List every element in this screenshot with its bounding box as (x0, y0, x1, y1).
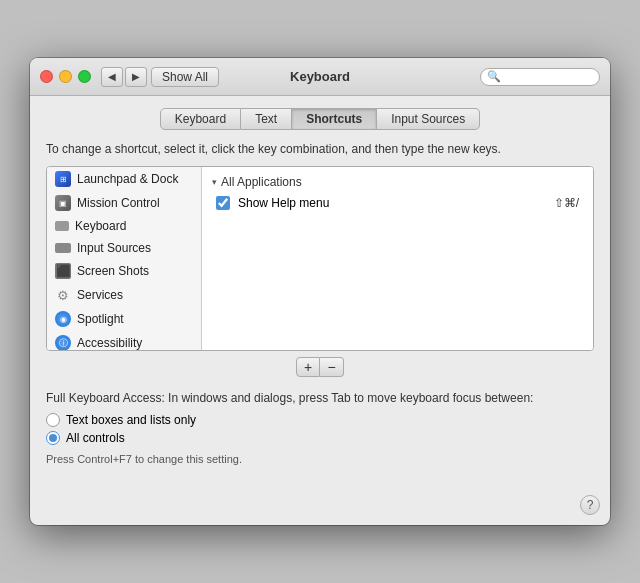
shortcut-keys: ⇧⌘/ (554, 196, 579, 210)
minimize-button[interactable] (59, 70, 72, 83)
tab-shortcuts[interactable]: Shortcuts (292, 108, 377, 130)
sidebar-item-input-sources[interactable]: Input Sources (47, 237, 201, 259)
tab-bar: Keyboard Text Shortcuts Input Sources (46, 108, 594, 130)
sidebar-item-keyboard[interactable]: Keyboard (47, 215, 201, 237)
back-button[interactable]: ◀ (101, 67, 123, 87)
keyboard-icon (55, 221, 69, 231)
radio-text-lists[interactable]: Text boxes and lists only (46, 413, 594, 427)
shortcut-row-show-help: Show Help menu ⇧⌘/ (206, 193, 589, 213)
close-button[interactable] (40, 70, 53, 83)
sidebar: ⊞ Launchpad & Dock ▣ Mission Control Key… (47, 167, 202, 350)
shortcut-name: Show Help menu (238, 196, 554, 210)
accessibility-icon: ⓘ (55, 335, 71, 350)
keyboard-access-title: Full Keyboard Access: In windows and dia… (46, 391, 594, 405)
all-applications-group[interactable]: ▾ All Applications (206, 171, 589, 193)
titlebar: ◀ ▶ Show All Keyboard 🔍 (30, 58, 610, 96)
keyboard-preferences-window: ◀ ▶ Show All Keyboard 🔍 Keyboard Text Sh… (30, 58, 610, 525)
footer: ? (30, 481, 610, 525)
sidebar-label-launchpad: Launchpad & Dock (77, 172, 178, 186)
sidebar-label-accessibility: Accessibility (77, 336, 142, 350)
radio-all-controls[interactable]: All controls (46, 431, 594, 445)
radio-button-text-lists[interactable] (46, 413, 60, 427)
mission-icon: ▣ (55, 195, 71, 211)
keyboard-access-section: Full Keyboard Access: In windows and dia… (46, 391, 594, 465)
sidebar-item-services[interactable]: ⚙ Services (47, 283, 201, 307)
launchpad-icon: ⊞ (55, 171, 71, 187)
remove-shortcut-button[interactable]: − (320, 357, 344, 377)
sidebar-label-keyboard: Keyboard (75, 219, 126, 233)
forward-button[interactable]: ▶ (125, 67, 147, 87)
sidebar-label-spotlight: Spotlight (77, 312, 124, 326)
shortcut-list: ▾ All Applications Show Help menu ⇧⌘/ (202, 167, 593, 350)
screenshot-icon: ⬛ (55, 263, 71, 279)
input-sources-icon (55, 243, 71, 253)
traffic-lights (40, 70, 91, 83)
sidebar-label-services: Services (77, 288, 123, 302)
shortcut-enabled-checkbox[interactable] (216, 196, 230, 210)
sidebar-item-launchpad[interactable]: ⊞ Launchpad & Dock (47, 167, 201, 191)
shortcuts-panel: ⊞ Launchpad & Dock ▣ Mission Control Key… (46, 166, 594, 351)
search-box[interactable]: 🔍 (480, 68, 600, 86)
sidebar-label-mission: Mission Control (77, 196, 160, 210)
radio-button-all-controls[interactable] (46, 431, 60, 445)
services-icon: ⚙ (55, 287, 71, 303)
search-icon: 🔍 (487, 70, 501, 83)
sidebar-label-input-sources: Input Sources (77, 241, 151, 255)
radio-label-all-controls: All controls (66, 431, 125, 445)
expand-icon: ▾ (212, 177, 217, 187)
main-content-area: Keyboard Text Shortcuts Input Sources To… (30, 96, 610, 481)
sidebar-item-mission[interactable]: ▣ Mission Control (47, 191, 201, 215)
all-apps-label: All Applications (221, 175, 302, 189)
tab-input-sources[interactable]: Input Sources (377, 108, 480, 130)
add-shortcut-button[interactable]: + (296, 357, 320, 377)
radio-selected-dot (49, 434, 57, 442)
spotlight-icon: ◉ (55, 311, 71, 327)
add-remove-controls: + − (46, 357, 594, 377)
sidebar-label-screenshots: Screen Shots (77, 264, 149, 278)
sidebar-item-spotlight[interactable]: ◉ Spotlight (47, 307, 201, 331)
sidebar-item-accessibility[interactable]: ⓘ Accessibility (47, 331, 201, 350)
tab-keyboard[interactable]: Keyboard (160, 108, 241, 130)
sidebar-item-screenshots[interactable]: ⬛ Screen Shots (47, 259, 201, 283)
keyboard-hint: Press Control+F7 to change this setting. (46, 453, 594, 465)
maximize-button[interactable] (78, 70, 91, 83)
help-button[interactable]: ? (580, 495, 600, 515)
tab-text[interactable]: Text (241, 108, 292, 130)
window-title: Keyboard (290, 69, 350, 84)
nav-buttons: ◀ ▶ (101, 67, 147, 87)
show-all-button[interactable]: Show All (151, 67, 219, 87)
description-text: To change a shortcut, select it, click t… (46, 142, 594, 156)
radio-label-text-lists: Text boxes and lists only (66, 413, 196, 427)
